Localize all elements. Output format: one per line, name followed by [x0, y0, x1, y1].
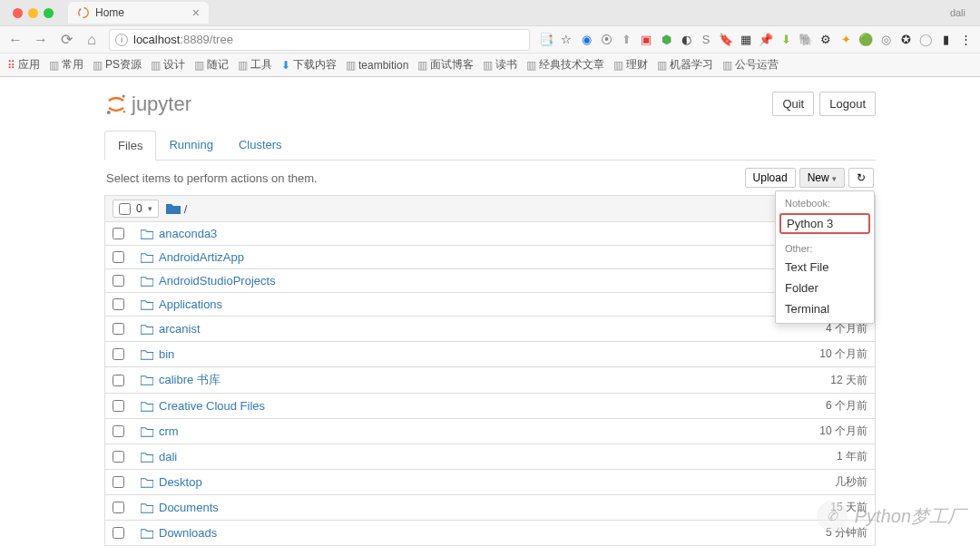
new-button[interactable]: New ▾ [799, 168, 845, 188]
row-checkbox[interactable] [113, 348, 124, 360]
file-name[interactable]: AndroidStudioProjects [159, 274, 276, 288]
ext-icon[interactable]: ✪ [898, 33, 913, 47]
upload-button[interactable]: Upload [745, 168, 796, 188]
ext-icon[interactable]: 🔖 [719, 33, 733, 47]
row-checkbox[interactable] [113, 527, 124, 539]
row-checkbox[interactable] [113, 298, 124, 310]
file-row[interactable]: dali1 年前 [104, 444, 876, 470]
close-window-icon[interactable] [13, 8, 23, 18]
file-row[interactable]: AndroidStudioProjects [104, 269, 876, 293]
ext-icon[interactable]: 🐘 [799, 33, 813, 47]
minimize-window-icon[interactable] [28, 8, 38, 18]
bookmark-folder[interactable]: ▥ 随记 [194, 57, 229, 73]
file-row[interactable]: Documents15 天前 [104, 495, 876, 521]
row-checkbox[interactable] [113, 502, 124, 513]
close-tab-icon[interactable]: × [192, 5, 200, 20]
reload-button[interactable]: ⟳ [58, 31, 74, 48]
file-name[interactable]: calibre 书库 [159, 372, 220, 388]
breadcrumb[interactable]: / [184, 202, 188, 216]
file-name[interactable]: Documents [159, 501, 219, 514]
row-checkbox[interactable] [113, 476, 124, 488]
file-row[interactable]: Downloads5 分钟前 [104, 521, 876, 546]
select-all-checkbox[interactable] [119, 203, 131, 215]
file-name[interactable]: arcanist [159, 322, 201, 336]
folder-icon[interactable] [166, 202, 181, 215]
bookmark-folder[interactable]: ▥ 工具 [238, 57, 272, 73]
tab-running[interactable]: Running [156, 131, 225, 160]
file-name[interactable]: Applications [159, 297, 222, 311]
row-checkbox[interactable] [113, 375, 124, 386]
bookmark-folder[interactable]: ▥ 经典技术文章 [526, 57, 604, 73]
row-checkbox[interactable] [113, 228, 124, 239]
row-checkbox[interactable] [113, 275, 124, 287]
jupyter-logo[interactable]: jupyter [104, 93, 191, 116]
row-checkbox[interactable] [113, 400, 124, 412]
file-name[interactable]: crm [159, 424, 179, 438]
file-name[interactable]: dali [159, 450, 177, 463]
bookmark-folder[interactable]: ▥ teambition [346, 59, 408, 72]
ext-icon[interactable]: ⚙ [818, 33, 833, 47]
file-name[interactable]: anaconda3 [159, 227, 217, 240]
file-row[interactable]: crm10 个月前 [104, 419, 876, 444]
ext-icon[interactable]: 📑 [539, 33, 554, 47]
file-row[interactable]: Creative Cloud Files6 个月前 [104, 394, 876, 419]
file-name[interactable]: Creative Cloud Files [159, 399, 265, 413]
menu-icon[interactable]: ⋮ [958, 33, 973, 47]
ext-icon[interactable]: 🟢 [858, 33, 873, 47]
bookmark-folder[interactable]: ▥ 面试博客 [417, 57, 474, 73]
file-row[interactable]: arcanist4 个月前 [104, 317, 876, 342]
ext-icon[interactable]: ⬆ [619, 33, 633, 47]
ext-icon[interactable]: ◉ [579, 33, 593, 47]
apps-button[interactable]: ⠿ 应用 [7, 57, 40, 73]
bookmark-folder[interactable]: ▥ 公号运营 [722, 57, 779, 73]
row-checkbox[interactable] [113, 451, 124, 463]
forward-button[interactable]: → [33, 32, 49, 48]
file-row[interactable]: AndroidArtizApp [104, 246, 876, 269]
ext-icon[interactable]: ▣ [639, 33, 653, 47]
file-name[interactable]: Desktop [159, 475, 202, 489]
ext-icon[interactable]: 📌 [759, 33, 773, 47]
file-row[interactable]: bin10 个月前 [104, 342, 876, 367]
file-row[interactable]: Applications [104, 293, 876, 317]
bookmark-folder[interactable]: ▥ PS资源 [93, 57, 142, 73]
url-input[interactable]: i localhost:8889/tree [109, 29, 530, 51]
tab-clusters[interactable]: Clusters [226, 131, 295, 160]
new-textfile-item[interactable]: Text File [776, 257, 874, 278]
new-terminal-item[interactable]: Terminal [776, 298, 874, 319]
ext-icon[interactable]: ◎ [878, 33, 893, 47]
new-folder-item[interactable]: Folder [776, 278, 874, 298]
ext-icon[interactable]: S [699, 33, 713, 47]
tab-files[interactable]: Files [104, 131, 156, 161]
refresh-button[interactable]: ↻ [848, 168, 874, 188]
ext-icon[interactable]: ⦿ [599, 33, 613, 47]
row-checkbox[interactable] [113, 425, 124, 437]
ext-icon[interactable]: ☆ [559, 33, 573, 47]
file-name[interactable]: Downloads [159, 526, 217, 540]
back-button[interactable]: ← [7, 32, 24, 48]
file-row[interactable]: anaconda3 [104, 222, 876, 246]
bookmark-folder[interactable]: ▥ 理财 [613, 57, 648, 73]
home-button[interactable]: ⌂ [83, 32, 100, 48]
browser-tab-home[interactable]: Home × [68, 2, 209, 24]
row-checkbox[interactable] [113, 251, 124, 263]
site-info-icon[interactable]: i [115, 34, 128, 46]
logout-button[interactable]: Logout [819, 92, 876, 116]
file-name[interactable]: AndroidArtizApp [159, 250, 244, 264]
file-row[interactable]: calibre 书库12 天前 [104, 367, 876, 394]
ext-icon[interactable]: ▮ [938, 33, 953, 47]
quit-button[interactable]: Quit [772, 92, 814, 116]
ext-icon[interactable]: ▦ [739, 33, 753, 47]
ext-icon[interactable]: ◐ [679, 33, 693, 47]
ext-icon[interactable]: ◯ [918, 33, 933, 47]
window-controls[interactable] [7, 8, 59, 18]
bookmark-folder[interactable]: ▥ 机器学习 [657, 57, 713, 73]
new-python3-item[interactable]: Python 3 [779, 213, 870, 234]
bookmark-folder[interactable]: ▥ 设计 [151, 57, 185, 73]
maximize-window-icon[interactable] [44, 8, 54, 18]
row-checkbox[interactable] [113, 323, 124, 335]
ext-icon[interactable]: ⬇ [779, 33, 793, 47]
ext-icon[interactable]: ✦ [838, 33, 853, 47]
select-all-control[interactable]: 0 ▾ [113, 200, 159, 218]
bookmark-folder[interactable]: ▥ 读书 [483, 57, 517, 73]
file-row[interactable]: Desktop几秒前 [104, 470, 876, 495]
